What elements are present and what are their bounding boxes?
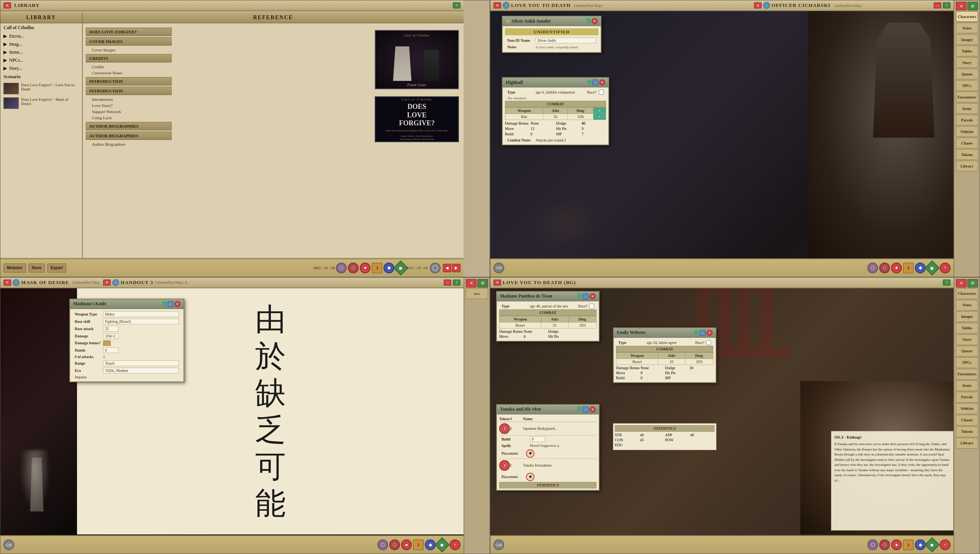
dice3-q4[interactable]: ● [891, 539, 902, 550]
dice2-q4[interactable]: ⬡ [879, 539, 890, 550]
nav-prev[interactable]: ◀ [443, 264, 451, 272]
dice4-q3[interactable]: ◆ [425, 539, 436, 550]
dice-d20[interactable]: ⬡ [336, 263, 347, 273]
gear-icon-sidebar[interactable]: ⚙ [967, 2, 978, 10]
toc-section-author1[interactable]: AUTHOR BIOGRAPHIES [86, 122, 172, 130]
lib-item-images[interactable]: ▶ Imag... [0, 40, 82, 48]
sidebar-btn-notes[interactable]: Notes [956, 23, 978, 33]
lib-item-npcs[interactable]: ▶ NPCs... [0, 56, 82, 64]
dice-diamond[interactable]: ◆ [393, 260, 409, 276]
dice-3[interactable]: 3 [372, 263, 382, 273]
close-highball[interactable]: ✕ [599, 79, 605, 85]
q3-close-icon[interactable]: ✕ [466, 279, 477, 288]
toc-section-author2[interactable]: AUTHOR BIOGRAPHIES [86, 132, 172, 140]
minimize-btn-handout[interactable]: — [444, 279, 451, 286]
help-btn-q1[interactable]: ? [453, 2, 461, 8]
q4-sidebar-quests[interactable]: Quests [956, 346, 978, 357]
toc-section-credits[interactable]: CREDITS [86, 54, 172, 62]
add-token-q3[interactable]: + [450, 539, 461, 550]
help-btn-handout[interactable]: ? [453, 279, 461, 286]
dice5-q3[interactable]: ◆ [434, 537, 450, 552]
close-btn-q3[interactable]: ✕ [3, 279, 11, 286]
gm-toggle-q4[interactable]: GM [493, 539, 504, 550]
q4-sidebar-tables[interactable]: Tables [956, 323, 978, 334]
lib-item-items[interactable]: ▶ Items... [0, 48, 82, 56]
q4-sidebar-characters[interactable]: Characters [956, 288, 978, 299]
dice-neutral[interactable]: ◯ [430, 263, 441, 273]
sidebar-btn-vehicles[interactable]: Vehicles [956, 126, 978, 137]
dice5-q2[interactable]: ◆ [924, 260, 940, 276]
toc-item-credits[interactable]: Credits [86, 64, 172, 70]
lib-item-encounters[interactable]: ▶ Encou... [0, 32, 82, 40]
q4-sidebar-tokens[interactable]: Tokens [956, 426, 978, 437]
info-knife[interactable]: i [167, 301, 174, 307]
dice1-q2[interactable]: ⬡ [867, 263, 878, 273]
close-ankh[interactable]: ✕ [592, 18, 598, 24]
race-checkbox-highball[interactable] [599, 90, 604, 95]
q4-sidebar-npcs[interactable]: NPCs [956, 357, 978, 368]
add-bite[interactable]: + [593, 114, 606, 120]
toc-item-intro[interactable]: Introduction [86, 96, 172, 102]
dice-3-q3[interactable]: 3 [413, 539, 424, 550]
nav-next[interactable]: ▶ [452, 264, 461, 272]
sidebar-btn-tables[interactable]: Tables [956, 46, 978, 56]
col-add[interactable]: + [593, 108, 606, 114]
info-tanaka[interactable]: i [583, 406, 589, 413]
sidebar-btn-story[interactable]: Story [956, 57, 978, 68]
sidebar-btn-npcs[interactable]: NPCs [956, 80, 978, 91]
dice-d6[interactable]: ⬡ [348, 263, 359, 273]
lib-scenario-lyfd[interactable]: Does Love Forgive? - Love You to Death [0, 81, 82, 96]
dice-3-q4[interactable]: 3 [903, 539, 914, 550]
q4-sidebar-images[interactable]: Images [956, 311, 978, 322]
gm-toggle-q3[interactable]: GM [3, 539, 14, 550]
toc-item-cover[interactable]: Cover Images [86, 47, 172, 53]
q4-sidebar-encounters[interactable]: Encounters [956, 369, 978, 380]
q4-sidebar-story[interactable]: Story [956, 334, 978, 345]
dice4-q4[interactable]: ◆ [915, 539, 926, 550]
add-token-q2[interactable]: + [940, 263, 951, 273]
toc-item-support[interactable]: Support Network [86, 108, 172, 115]
sidebar-btn-encounters[interactable]: Encounters [956, 92, 978, 102]
lib-scenario-mod[interactable]: Does Love Forgive? - Mask of Desire [0, 96, 82, 110]
dice-red[interactable]: ● [360, 263, 370, 273]
q4-sidebar-parcels[interactable]: Parcels [956, 392, 978, 403]
toc-section-cover[interactable]: COVER IMAGES [86, 37, 172, 46]
minimize-btn-officer[interactable]: — [934, 2, 941, 8]
close-tanaka[interactable]: ✕ [590, 406, 596, 413]
sidebar-btn-characters[interactable]: Characters [956, 11, 978, 22]
close-icon-sidebar[interactable]: ✕ [956, 2, 967, 10]
add-token-q4[interactable]: + [940, 539, 951, 550]
close-panthea[interactable]: ✕ [590, 293, 596, 299]
q4-close-icon-sidebar[interactable]: ✕ [956, 279, 967, 288]
close-btn-q2[interactable]: ✕ [493, 2, 501, 8]
info-panthea[interactable]: i [583, 293, 589, 299]
sidebar-btn-tokens[interactable]: Tokens [956, 149, 978, 160]
gm-toggle[interactable]: GM [493, 263, 504, 273]
modules-button[interactable]: Modules [3, 263, 26, 273]
info-emily[interactable]: i [700, 330, 706, 336]
sidebar-btn-parcels[interactable]: Parcels [956, 115, 978, 125]
help-btn-q4[interactable]: ? [943, 279, 951, 286]
sidebar-btn-chases[interactable]: Chases [956, 138, 978, 148]
q3-gear-icon[interactable]: ⚙ [477, 279, 488, 288]
toc-section-intro2[interactable]: INTRODUCTION [86, 87, 172, 95]
q3-sidebar-ters[interactable]: ters [466, 288, 488, 299]
dice2-q2[interactable]: ⬡ [879, 263, 890, 273]
close-btn-q4[interactable]: ✕ [493, 279, 501, 286]
store-button[interactable]: Store [28, 263, 45, 273]
lib-item-story[interactable]: ▶ Story... [0, 64, 82, 72]
dice3-q3[interactable]: ● [401, 539, 412, 550]
q4-sidebar-items[interactable]: Items [956, 380, 978, 391]
q4-sidebar-vehicles[interactable]: Vehicles [956, 403, 978, 414]
toc-section-intro1[interactable]: INTRODUCTION [86, 77, 172, 85]
race-checkbox-e[interactable] [706, 340, 711, 345]
dice3-q2[interactable]: ● [891, 263, 902, 273]
close-emily[interactable]: ✕ [706, 330, 713, 336]
sidebar-btn-items[interactable]: Items [956, 103, 978, 114]
toc-item-conversion[interactable]: Conversion Notes [86, 70, 172, 76]
info-highball[interactable]: i [592, 79, 598, 85]
sidebar-btn-quests[interactable]: Quests [956, 69, 978, 79]
close-btn-handout[interactable]: ✕ [103, 279, 111, 286]
dice2-q3[interactable]: ⬡ [389, 539, 400, 550]
toc-section-main[interactable]: DOES LOVE FORGIVE? [86, 28, 172, 36]
